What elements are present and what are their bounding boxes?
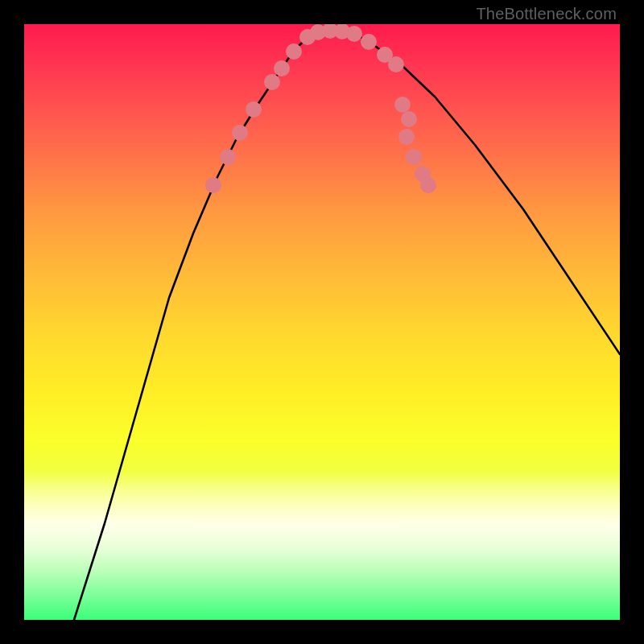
highlight-marker <box>401 111 417 127</box>
curve-layer <box>74 31 620 620</box>
marker-layer <box>205 24 436 193</box>
highlight-marker <box>398 129 415 145</box>
highlight-marker <box>246 101 262 118</box>
outer-frame: TheBottleneck.com <box>0 0 644 644</box>
highlight-marker <box>274 60 290 76</box>
highlight-marker <box>286 43 302 60</box>
highlight-marker <box>361 34 377 50</box>
chart-svg <box>24 24 620 620</box>
highlight-marker <box>232 125 248 141</box>
highlight-marker <box>205 177 221 193</box>
highlight-marker <box>388 56 404 72</box>
highlight-marker <box>394 97 411 113</box>
highlight-marker <box>220 149 236 165</box>
highlight-marker <box>346 26 362 42</box>
bottleneck-curve-path <box>74 31 620 620</box>
highlight-marker <box>406 149 422 165</box>
highlight-marker <box>420 177 436 193</box>
highlight-marker <box>264 74 280 90</box>
attribution-text: TheBottleneck.com <box>476 5 617 23</box>
